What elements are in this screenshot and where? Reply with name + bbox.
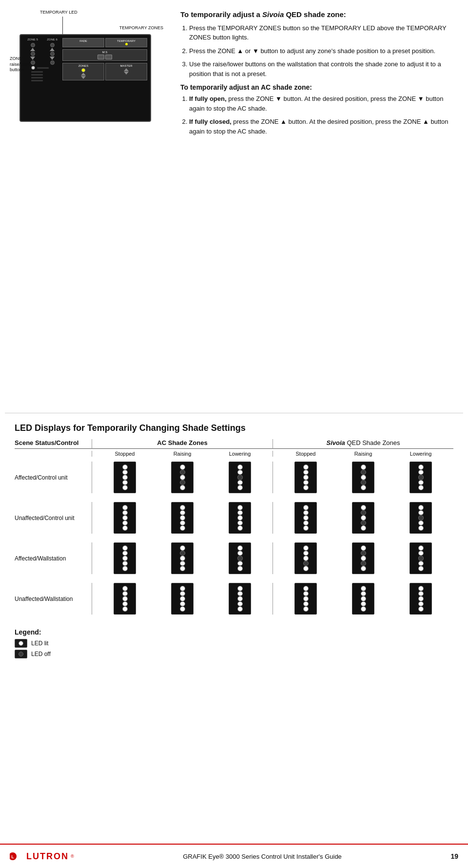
top-section: TEMPORARY LED TEMPORARY ZONES ZONE 5 ZON… xyxy=(0,0,468,145)
middle-space xyxy=(0,145,468,413)
sh-scene-spacer xyxy=(15,451,92,457)
ms-row: M S xyxy=(62,49,147,61)
led-dot xyxy=(180,561,185,566)
led-dot xyxy=(361,464,366,470)
led-dot xyxy=(303,566,309,571)
legend-off-label: LED off xyxy=(31,651,51,657)
row4-ac-displays xyxy=(92,583,273,615)
led-dot xyxy=(418,475,424,480)
led-dot xyxy=(237,596,243,601)
led-dot xyxy=(418,510,424,516)
zone5-label: ZONE 5 xyxy=(27,38,38,41)
led-dot xyxy=(180,601,185,607)
ac-lowering-header: Lowering xyxy=(229,451,251,457)
zones-dots xyxy=(64,68,103,79)
fade-box: FADE xyxy=(62,38,104,47)
led-dot xyxy=(237,464,243,470)
led-dot xyxy=(361,601,366,607)
led-dot xyxy=(237,586,243,591)
rl-btn4 xyxy=(31,77,49,78)
substep1-rest: press the ZONE ▼ button. At the desired … xyxy=(189,95,443,112)
row3-sivoia-displays xyxy=(273,542,453,574)
row4-siv-stopped xyxy=(294,583,317,615)
rl-circle1 xyxy=(31,66,35,70)
fade-temp-top: FADE TEMPORARY xyxy=(62,38,147,47)
sh-ac-headers: Stopped Raising Lowering xyxy=(92,451,273,457)
led-dot xyxy=(361,510,366,516)
ac-raising-header: Raising xyxy=(171,451,194,457)
footer-guide-title: GRAFIK Eye® 3000 Series Control Unit Ins… xyxy=(74,853,451,860)
led-dot xyxy=(418,464,424,470)
footer: L LUTRON ® GRAFIK Eye® 3000 Series Contr… xyxy=(0,844,468,868)
table-row-affected-wall: Affected/Wallstation xyxy=(15,542,453,574)
row4-ac-lowering xyxy=(229,583,251,615)
legend-off-dot xyxy=(19,652,23,656)
table-row-unaffected-wall: Unaffected/Wallstation xyxy=(15,583,453,615)
zones-box: ZONES xyxy=(62,63,104,80)
zones-arrow-down xyxy=(81,76,86,79)
led-dot xyxy=(237,505,243,510)
led-dot xyxy=(303,561,309,566)
led-dot xyxy=(180,510,185,516)
led-dot xyxy=(122,510,128,516)
led-dot xyxy=(303,601,309,607)
led-dot xyxy=(361,505,366,510)
zone5-dot2 xyxy=(31,52,35,56)
siv-lowering-header: Lowering xyxy=(410,451,432,457)
legend-lit-dot xyxy=(19,641,23,646)
led-dot xyxy=(122,551,128,556)
led-dot xyxy=(303,485,309,490)
row1-ac-stopped xyxy=(114,462,136,493)
led-dot xyxy=(303,464,309,470)
led-dot xyxy=(180,521,185,526)
led-dot xyxy=(418,566,424,571)
led-dot xyxy=(122,586,128,591)
zone6-dot3 xyxy=(50,60,55,65)
led-dot xyxy=(361,551,366,556)
siv-raising-header: Raising xyxy=(352,451,374,457)
zone5-arrow-up xyxy=(30,48,35,51)
led-dot xyxy=(361,485,366,490)
temporary-label: TEMPORARY xyxy=(108,39,145,42)
substep1: If fully open, press the ZONE ▼ button. … xyxy=(189,94,453,113)
led-dot xyxy=(237,561,243,566)
led-dot xyxy=(418,470,424,475)
row2-ac-raising xyxy=(171,502,194,534)
led-dot xyxy=(418,545,424,551)
row3-ac-lowering xyxy=(229,542,251,574)
led-dot xyxy=(122,475,128,480)
led-dot xyxy=(361,521,366,526)
legend-lit-box xyxy=(15,639,27,648)
legend-off-box xyxy=(15,650,27,658)
led-dot xyxy=(418,525,424,531)
table-row-unaffected-control: Unaffected/Control unit xyxy=(15,502,453,534)
led-dot xyxy=(122,566,128,571)
raise-lower-buttons xyxy=(31,66,49,81)
rl-line5 xyxy=(31,80,43,81)
temporary-box: TEMPORARY xyxy=(105,38,147,47)
led-dot xyxy=(122,480,128,485)
substep2: If fully closed, press the ZONE ▲ button… xyxy=(189,117,453,136)
lutron-logo-icon: L xyxy=(10,850,24,862)
led-dot xyxy=(418,485,424,490)
ac-col-title: AC Shade Zones xyxy=(92,439,273,449)
row4-ac-stopped xyxy=(114,583,136,615)
led-section: LED Displays for Temporarily Changing Sh… xyxy=(5,413,463,670)
led-dot xyxy=(180,515,185,521)
row1-ac-lowering xyxy=(229,462,251,493)
rl-line3 xyxy=(31,74,43,76)
row1-ac-displays xyxy=(92,462,273,493)
zone6-dot xyxy=(50,43,55,47)
legend-title: Legend: xyxy=(15,628,453,636)
master-box: MASTER xyxy=(105,63,147,80)
ms-buttons xyxy=(64,55,146,59)
ms-btn1 xyxy=(98,55,104,59)
led-dot xyxy=(237,551,243,556)
led-dot xyxy=(180,485,185,490)
rl-btn3 xyxy=(31,74,49,76)
row1-siv-lowering xyxy=(410,462,432,493)
led-dot xyxy=(237,485,243,490)
led-dot xyxy=(361,515,366,521)
led-dot xyxy=(303,521,309,526)
footer-logo: L LUTRON ® xyxy=(10,850,74,862)
